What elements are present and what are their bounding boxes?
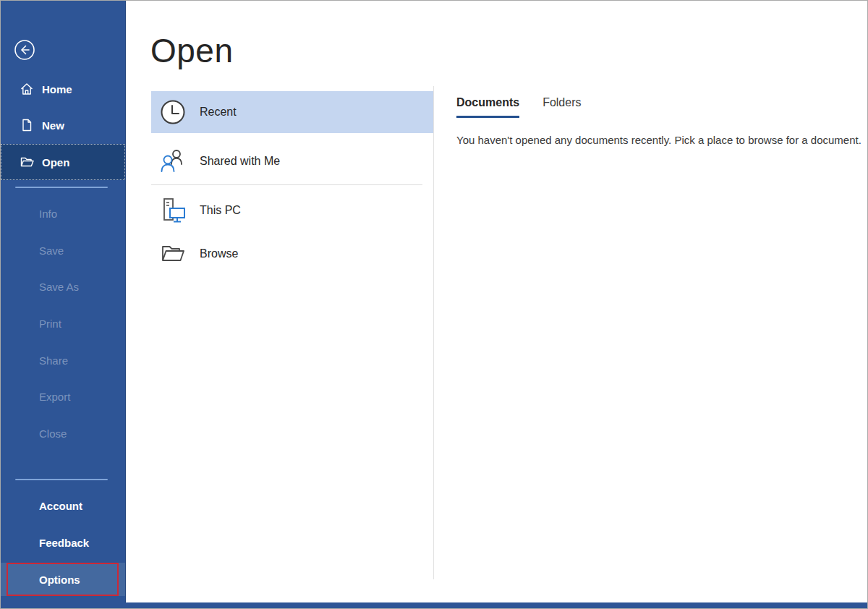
sidebar-divider xyxy=(15,187,108,188)
sidebar-item-print: Print xyxy=(1,310,125,336)
clock-icon xyxy=(158,98,187,127)
sidebar-item-home[interactable]: Home xyxy=(1,76,125,102)
browse-folder-icon xyxy=(158,239,187,268)
sidebar-item-save: Save xyxy=(1,237,125,263)
places-group-divider xyxy=(151,184,422,185)
word-backstage-open-page: Home New Open Info Save Save As xyxy=(0,0,868,609)
sidebar-item-label: Close xyxy=(39,427,67,440)
place-item-shared-with-me[interactable]: Shared with Me xyxy=(151,140,433,182)
back-button[interactable] xyxy=(14,39,35,61)
sidebar-item-label: Options xyxy=(39,574,80,586)
new-document-icon xyxy=(20,118,34,132)
sidebar-item-label: Export xyxy=(39,391,70,403)
sidebar-item-label: Print xyxy=(39,318,61,330)
open-folder-icon xyxy=(20,155,34,169)
sidebar-item-label: Save As xyxy=(39,281,79,293)
page-title: Open xyxy=(150,31,234,70)
sidebar-item-new[interactable]: New xyxy=(1,112,125,138)
bottom-accent-strip xyxy=(1,602,867,608)
sidebar-item-label: Home xyxy=(42,83,72,95)
place-item-recent[interactable]: Recent xyxy=(151,91,433,133)
tab-documents[interactable]: Documents xyxy=(456,96,519,118)
sidebar-item-close: Close xyxy=(1,420,125,446)
place-item-label: Recent xyxy=(200,106,237,119)
back-arrow-icon xyxy=(14,39,35,61)
home-icon xyxy=(20,82,34,96)
panel-vertical-divider xyxy=(433,86,434,579)
empty-recent-message: You haven't opened any documents recentl… xyxy=(456,134,861,146)
sidebar-divider xyxy=(15,479,108,480)
place-item-label: Shared with Me xyxy=(200,155,280,168)
sidebar-item-label: Info xyxy=(39,208,57,220)
sidebar-item-account[interactable]: Account xyxy=(1,493,125,519)
backstage-sidebar: Home New Open Info Save Save As xyxy=(1,1,126,608)
sidebar-item-export: Export xyxy=(1,383,125,409)
sidebar-item-label: Feedback xyxy=(39,537,89,549)
shared-people-icon xyxy=(158,147,187,176)
sidebar-item-label: Account xyxy=(39,500,82,512)
sidebar-item-label: Save xyxy=(39,244,64,257)
sidebar-item-save-as: Save As xyxy=(1,273,125,299)
sidebar-item-options[interactable]: Options xyxy=(1,563,125,596)
sidebar-item-share: Share xyxy=(1,347,125,373)
place-item-label: Browse xyxy=(200,247,238,260)
sidebar-item-feedback[interactable]: Feedback xyxy=(1,529,125,555)
documents-folders-tabs: Documents Folders xyxy=(456,96,581,118)
tab-folders[interactable]: Folders xyxy=(542,96,581,118)
sidebar-item-label: Open xyxy=(42,156,69,169)
sidebar-item-label: Share xyxy=(39,354,68,367)
place-item-label: This PC xyxy=(200,204,241,217)
place-item-browse[interactable]: Browse xyxy=(151,233,433,275)
place-item-this-pc[interactable]: This PC xyxy=(151,189,433,231)
sidebar-item-open[interactable]: Open xyxy=(1,144,125,180)
sidebar-item-info: Info xyxy=(1,200,125,226)
this-pc-icon xyxy=(158,196,187,225)
sidebar-item-label: New xyxy=(42,119,64,132)
